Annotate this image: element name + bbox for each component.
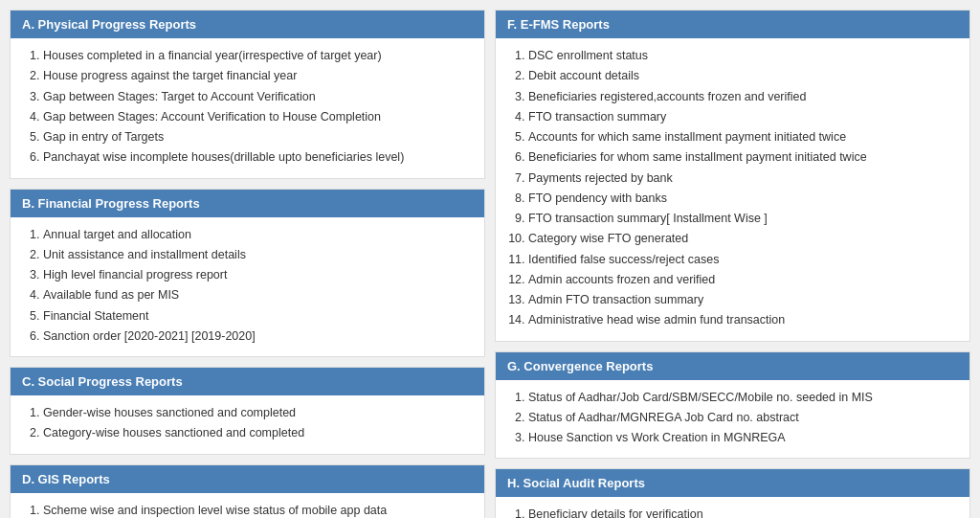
- list-item-f-2[interactable]: Debit account details: [528, 66, 958, 86]
- section-content-c: Gender-wise houses sanctioned and comple…: [11, 395, 484, 454]
- list-item-g-1[interactable]: Status of Aadhar/Job Card/SBM/SECC/Mobil…: [528, 388, 958, 408]
- section-content-f: DSC enrollment statusDebit account detai…: [496, 38, 969, 341]
- list-item-b-4[interactable]: Available fund as per MIS: [43, 285, 473, 305]
- list-item-f-13[interactable]: Admin FTO transaction summary: [528, 290, 958, 310]
- list-item-f-10[interactable]: Category wise FTO generated: [528, 229, 958, 249]
- list-item-b-6[interactable]: Sanction order [2020-2021] [2019-2020]: [43, 327, 473, 347]
- list-item-a-4[interactable]: Gap between Stages: Account Verification…: [43, 107, 473, 127]
- list-item-a-1[interactable]: Houses completed in a financial year(irr…: [43, 46, 473, 66]
- section-content-d: Scheme wise and inspection level wise st…: [11, 493, 484, 519]
- list-item-b-1[interactable]: Annual target and allocation: [43, 225, 473, 245]
- list-item-b-3[interactable]: High level financial progress report: [43, 265, 473, 285]
- section-header-a[interactable]: A. Physical Progress Reports: [11, 11, 484, 38]
- section-content-a: Houses completed in a financial year(irr…: [11, 38, 484, 178]
- list-item-g-2[interactable]: Status of Aadhar/MGNREGA Job Card no. ab…: [528, 408, 958, 428]
- list-item-f-6[interactable]: Beneficiaries for whom same installment …: [528, 147, 958, 168]
- list-item-g-3[interactable]: House Sanction vs Work Creation in MGNRE…: [528, 428, 958, 448]
- list-item-f-5[interactable]: Accounts for which same installment paym…: [528, 127, 958, 147]
- section-content-b: Annual target and allocationUnit assista…: [11, 217, 484, 357]
- list-item-f-4[interactable]: FTO transaction summary: [528, 107, 958, 127]
- list-item-a-3[interactable]: Gap between Stages: Target to Account Ve…: [43, 87, 473, 107]
- list-item-a-5[interactable]: Gap in entry of Targets: [43, 127, 473, 147]
- list-item-f-7[interactable]: Payments rejected by bank: [528, 169, 958, 189]
- list-item-c-2[interactable]: Category-wise houses sanctioned and comp…: [43, 423, 473, 443]
- section-content-h: Beneficiary details for verification: [496, 497, 969, 518]
- section-a: A. Physical Progress ReportsHouses compl…: [10, 10, 485, 179]
- main-container: A. Physical Progress ReportsHouses compl…: [0, 0, 980, 518]
- list-item-a-2[interactable]: House progress against the target financ…: [43, 66, 473, 86]
- list-item-a-6[interactable]: Panchayat wise incomplete houses(drillab…: [43, 147, 473, 168]
- section-header-b[interactable]: B. Financial Progress Reports: [11, 190, 484, 217]
- list-item-c-1[interactable]: Gender-wise houses sanctioned and comple…: [43, 403, 473, 423]
- section-f: F. E-FMS ReportsDSC enrollment statusDeb…: [495, 10, 970, 342]
- right-column: F. E-FMS ReportsDSC enrollment statusDeb…: [495, 10, 970, 518]
- list-item-b-2[interactable]: Unit assistance and installment details: [43, 245, 473, 265]
- list-item-h-1[interactable]: Beneficiary details for verification: [528, 505, 958, 518]
- section-header-c[interactable]: C. Social Progress Reports: [11, 368, 484, 395]
- section-header-h[interactable]: H. Social Audit Reports: [496, 469, 969, 497]
- list-item-f-3[interactable]: Beneficiaries registered,accounts frozen…: [528, 87, 958, 107]
- section-header-f[interactable]: F. E-FMS Reports: [496, 11, 969, 38]
- list-item-f-8[interactable]: FTO pendency with banks: [528, 189, 958, 209]
- section-g: G. Convergence ReportsStatus of Aadhar/J…: [495, 351, 970, 460]
- list-item-d-1[interactable]: Scheme wise and inspection level wise st…: [43, 501, 473, 519]
- section-b: B. Financial Progress ReportsAnnual targ…: [10, 189, 485, 358]
- list-item-f-11[interactable]: Identified false success/reject cases: [528, 250, 958, 270]
- list-item-f-12[interactable]: Admin accounts frozen and verified: [528, 270, 958, 290]
- section-header-d[interactable]: D. GIS Reports: [11, 465, 484, 493]
- section-d: D. GIS ReportsScheme wise and inspection…: [10, 464, 485, 519]
- list-item-f-14[interactable]: Administrative head wise admin fund tran…: [528, 310, 958, 330]
- list-item-f-1[interactable]: DSC enrollment status: [528, 46, 958, 66]
- list-item-b-5[interactable]: Financial Statement: [43, 306, 473, 327]
- section-h: H. Social Audit ReportsBeneficiary detai…: [495, 468, 970, 518]
- section-c: C. Social Progress ReportsGender-wise ho…: [10, 367, 485, 455]
- list-item-f-9[interactable]: FTO transaction summary[ Installment Wis…: [528, 209, 958, 229]
- section-header-g[interactable]: G. Convergence Reports: [496, 352, 969, 380]
- section-content-g: Status of Aadhar/Job Card/SBM/SECC/Mobil…: [496, 380, 969, 459]
- left-column: A. Physical Progress ReportsHouses compl…: [10, 10, 485, 518]
